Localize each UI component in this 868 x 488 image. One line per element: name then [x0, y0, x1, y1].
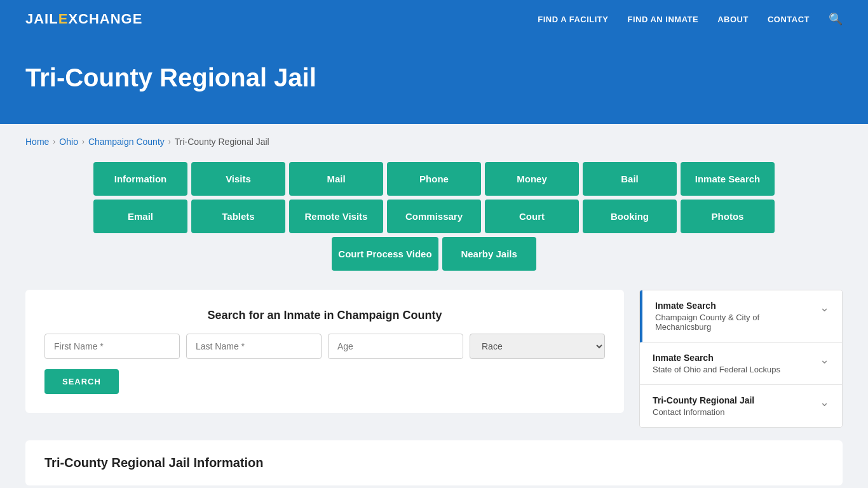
bottom-title: Tri-County Regional Jail Information: [44, 456, 824, 470]
sep-1: ›: [53, 137, 55, 146]
btn-court-process-video[interactable]: Court Process Video: [332, 237, 438, 271]
chevron-down-icon-3: ⌄: [820, 395, 829, 409]
sidebar-item-left-ohio: Inmate Search State of Ohio and Federal …: [653, 353, 813, 374]
content-area: Home › Ohio › Champaign County › Tri-Cou…: [0, 124, 868, 488]
sep-2: ›: [82, 137, 85, 146]
sidebar: Inmate Search Champaign County & City of…: [639, 290, 843, 428]
sidebar-item-champaign[interactable]: Inmate Search Champaign County & City of…: [640, 290, 842, 342]
search-fields: Race White Black Hispanic Asian Other: [44, 334, 605, 359]
btn-bail[interactable]: Bail: [583, 162, 677, 196]
btn-photos[interactable]: Photos: [681, 200, 775, 233]
navbar: JAILEXCHANGE FIND A FACILITY FIND AN INM…: [0, 0, 868, 38]
search-section: Search for an Inmate in Champaign County…: [25, 290, 624, 413]
main-layout: Search for an Inmate in Champaign County…: [25, 290, 843, 428]
btn-phone[interactable]: Phone: [387, 162, 481, 196]
btn-tablets[interactable]: Tablets: [191, 200, 285, 233]
breadcrumb-ohio[interactable]: Ohio: [59, 137, 78, 147]
tile-row-1: Information Visits Mail Phone Money Bail…: [93, 162, 775, 196]
btn-commissary[interactable]: Commissary: [387, 200, 481, 233]
search-button[interactable]: SEARCH: [44, 369, 119, 394]
age-input[interactable]: [328, 334, 463, 359]
last-name-input[interactable]: [186, 334, 322, 359]
sidebar-item-title-ohio: Inmate Search: [653, 353, 813, 363]
sidebar-item-sub-contact: Contact Information: [653, 407, 813, 417]
btn-information[interactable]: Information: [93, 162, 187, 196]
btn-nearby-jails[interactable]: Nearby Jails: [442, 237, 536, 271]
navbar-logo[interactable]: JAILEXCHANGE: [25, 11, 142, 27]
bottom-section: Tri-County Regional Jail Information: [25, 440, 843, 485]
breadcrumb-current: Tri-County Regional Jail: [175, 137, 269, 147]
sidebar-item-ohio[interactable]: Inmate Search State of Ohio and Federal …: [640, 342, 842, 385]
search-title: Search for an Inmate in Champaign County: [44, 309, 605, 322]
btn-court[interactable]: Court: [485, 200, 579, 233]
btn-visits[interactable]: Visits: [191, 162, 285, 196]
nav-find-inmate[interactable]: FIND AN INMATE: [627, 15, 698, 24]
navbar-links: FIND A FACILITY FIND AN INMATE ABOUT CON…: [538, 12, 843, 26]
page-title: Tri-County Regional Jail: [25, 64, 843, 92]
chevron-down-icon: ⌄: [820, 301, 829, 315]
sep-3: ›: [168, 137, 171, 146]
search-icon[interactable]: 🔍: [829, 12, 843, 26]
tile-row-2: Email Tablets Remote Visits Commissary C…: [93, 200, 775, 233]
btn-mail[interactable]: Mail: [289, 162, 383, 196]
btn-inmate-search[interactable]: Inmate Search: [681, 162, 775, 196]
nav-find-facility[interactable]: FIND A FACILITY: [538, 15, 608, 24]
first-name-input[interactable]: [44, 334, 180, 359]
btn-email[interactable]: Email: [93, 200, 187, 233]
hero-section: Tri-County Regional Jail: [0, 38, 868, 124]
btn-remote-visits[interactable]: Remote Visits: [289, 200, 383, 233]
sidebar-item-contact[interactable]: Tri-County Regional Jail Contact Informa…: [640, 385, 842, 427]
sidebar-item-sub-ohio: State of Ohio and Federal Lockups: [653, 365, 813, 374]
nav-contact[interactable]: CONTACT: [768, 15, 810, 24]
sidebar-item-left-contact: Tri-County Regional Jail Contact Informa…: [653, 395, 813, 417]
breadcrumb-champaign[interactable]: Champaign County: [88, 137, 165, 147]
sidebar-item-title-champaign: Inmate Search: [655, 301, 813, 311]
sidebar-item-title-contact: Tri-County Regional Jail: [653, 395, 813, 405]
breadcrumb-home[interactable]: Home: [25, 137, 49, 147]
chevron-down-icon-2: ⌄: [820, 353, 829, 367]
tile-buttons-section: Information Visits Mail Phone Money Bail…: [25, 162, 843, 271]
race-select[interactable]: Race White Black Hispanic Asian Other: [470, 334, 605, 359]
btn-booking[interactable]: Booking: [583, 200, 677, 233]
btn-money[interactable]: Money: [485, 162, 579, 196]
breadcrumb: Home › Ohio › Champaign County › Tri-Cou…: [25, 137, 843, 147]
sidebar-item-left-champaign: Inmate Search Champaign County & City of…: [655, 301, 813, 332]
tile-row-3: Court Process Video Nearby Jails: [332, 237, 536, 271]
nav-about[interactable]: ABOUT: [717, 15, 749, 24]
sidebar-item-sub-champaign: Champaign County & City of Mechanicsburg: [655, 313, 813, 332]
